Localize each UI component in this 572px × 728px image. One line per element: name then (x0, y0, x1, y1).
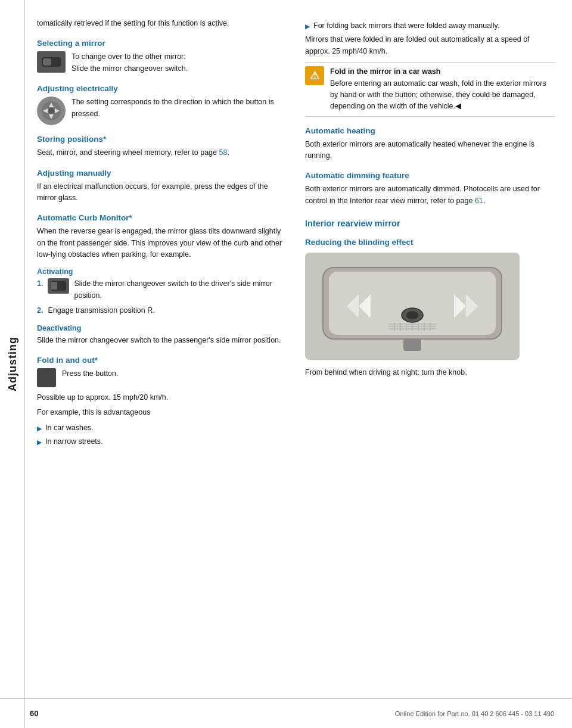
fold-para2: For example, this is advantageous (37, 407, 287, 418)
page-number: 60 (30, 709, 38, 718)
warning-box: ⚠ Fold in the mirror in a car wash Befor… (305, 62, 555, 117)
heading-fold-in-out: Fold in and out* (37, 356, 287, 365)
heading-auto-dimming: Automatic dimming feature (305, 171, 555, 180)
warning-text: Fold in the mirror in a car wash Before … (330, 66, 555, 113)
fold-in-out-row: Press the button. (37, 368, 287, 387)
fold-button-icon (37, 368, 56, 387)
page-container: Adjusting tomatically retrieved if the s… (0, 0, 572, 728)
reducing-blinding-text: From behind when driving at night: turn … (305, 367, 555, 378)
bullet-arrow-icon: ▶ (37, 437, 42, 447)
heading-reducing-blinding: Reducing the blinding effect (305, 238, 555, 247)
bullet-arrow-icon: ▶ (37, 424, 42, 434)
footer: 60 Online Edition for Part no. 01 40 2 6… (0, 698, 572, 728)
auto-heating-text: Both exterior mirrors are automatically … (305, 139, 555, 162)
svg-rect-13 (403, 339, 421, 351)
heading-adjusting-electrically: Adjusting electrically (37, 84, 287, 93)
main-content: tomatically retrieved if the setting for… (25, 0, 572, 728)
mirror-switch-icon-2 (48, 278, 69, 294)
list-item: ▶ In narrow streets. (37, 436, 287, 447)
selecting-mirror-row: To change over to the other mirror: Slid… (37, 51, 287, 74)
footer-text: Online Edition for Part no. 01 40 2 606 … (395, 710, 554, 717)
auto-dimming-link[interactable]: 61 (475, 197, 483, 205)
sidebar-label: Adjusting (6, 337, 18, 391)
adjusting-electrically-text: The setting corresponds to the direction… (72, 97, 287, 120)
direction-button-icon (37, 97, 66, 125)
heading-auto-heating: Automatic heating (305, 126, 555, 135)
svg-point-19 (406, 311, 418, 319)
heading-interior-mirror: Interior rearview mirror (305, 219, 555, 228)
deactivating-text: Slide the mirror changeover switch to th… (37, 335, 287, 346)
mirror-illustration (305, 253, 520, 360)
heading-adjusting-manually: Adjusting manually (37, 169, 287, 178)
mirror-switch-icon (37, 51, 66, 73)
fold-para1: Possible up to approx. 15 mph/20 km/h. (37, 392, 287, 403)
storing-positions-link[interactable]: 58 (219, 148, 227, 157)
adjusting-electrically-row: The setting corresponds to the direction… (37, 97, 287, 125)
selecting-mirror-text: To change over to the other mirror: Slid… (72, 51, 188, 74)
right-bullet-list: ▶ For folding back mirrors that were fol… (305, 20, 555, 32)
heading-deactivating: Deactivating (37, 324, 287, 332)
list-item: 2. Engage transmission position R. (37, 305, 287, 316)
fold-in-out-text: Press the button. (62, 368, 119, 379)
mirrors-para: Mirrors that were folded in are folded o… (305, 34, 555, 57)
storing-positions-text: Seat, mirror, and steering wheel memory,… (37, 147, 287, 158)
right-column: ▶ For folding back mirrors that were fol… (305, 18, 555, 692)
sidebar: Adjusting (0, 0, 25, 728)
list-item: ▶ In car washes. (37, 422, 287, 434)
list-item: 1. Slide the mirror changeover switch to… (37, 278, 287, 301)
heading-storing-positions: Storing positions* (37, 135, 287, 144)
left-column: tomatically retrieved if the setting for… (37, 18, 287, 692)
intro-text: tomatically retrieved if the setting for… (37, 18, 287, 29)
adjusting-manually-text: If an electrical malfunction occurs, for… (37, 181, 287, 204)
list-item: ▶ For folding back mirrors that were fol… (305, 20, 555, 32)
heading-activating: Activating (37, 267, 287, 276)
activating-list: 1. Slide the mirror changeover switch to… (37, 278, 287, 316)
heading-selecting-mirror: Selecting a mirror (37, 39, 287, 48)
warning-icon: ⚠ (305, 66, 324, 85)
svg-rect-1 (43, 58, 51, 66)
svg-point-7 (48, 108, 54, 114)
automatic-curb-text: When the reverse gear is engaged, the mi… (37, 226, 287, 260)
heading-automatic-curb: Automatic Curb Monitor* (37, 213, 287, 222)
svg-rect-9 (51, 282, 57, 290)
fold-bullet-list: ▶ In car washes. ▶ In narrow streets. (37, 422, 287, 448)
bullet-arrow-icon: ▶ (305, 21, 310, 32)
auto-dimming-text: Both exterior mirrors are automatically … (305, 183, 555, 207)
